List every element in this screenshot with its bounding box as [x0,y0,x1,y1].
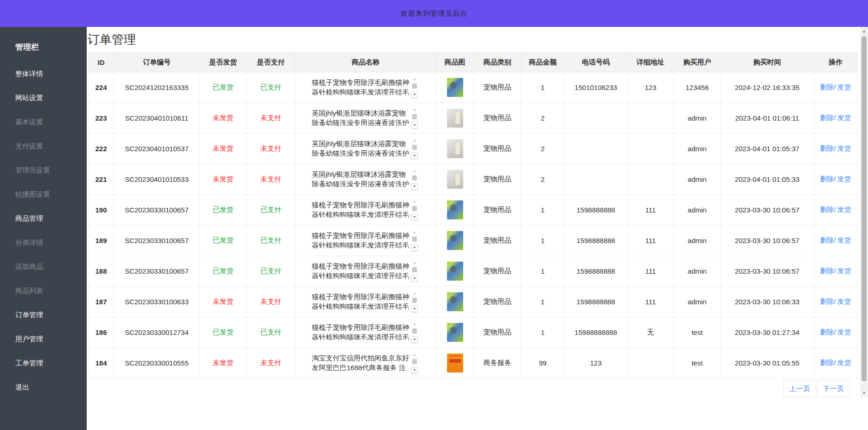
textarea-scroll-up-icon[interactable]: ▲ [413,231,416,234]
sidebar-item-支付设置[interactable]: 支付设置 [15,134,87,158]
textarea-scroll-up-icon[interactable]: ▲ [413,77,416,81]
sidebar-item-添加商品[interactable]: 添加商品 [15,255,87,279]
product-thumbnail[interactable] [447,231,463,250]
product-name-textarea[interactable]: 猫梳子宠物专用除浮毛刷撸猫神器针梳狗狗猫咪毛发清理开结毛 [312,292,411,309]
ship-link[interactable]: 发货 [837,267,851,275]
textarea-scrollbar[interactable]: ▲ ▼ [411,77,418,98]
textarea-scroll-down-icon[interactable]: ▼ [411,91,418,98]
product-name-textarea[interactable]: 英国jhly银渐层猫咪沐浴露宠物除蚤幼猫洗澡专用浴液香波洗护用 [312,169,411,187]
textarea-scroll-down-icon[interactable]: ▼ [411,367,418,373]
ship-link[interactable]: 发货 [837,328,851,336]
textarea-scroll-up-icon[interactable]: ▲ [413,261,416,265]
textarea-scroll-up-icon[interactable]: ▲ [413,169,416,173]
textarea-scroll-up-icon[interactable]: ▲ [413,200,416,204]
delete-link[interactable]: 删除 [820,114,834,122]
product-name-textarea[interactable]: 猫梳子宠物专用除浮毛刷撸猫神器针梳狗狗猫咪毛发清理开结毛 [312,322,411,340]
delete-link[interactable]: 删除 [820,175,834,183]
product-thumbnail[interactable] [447,200,463,219]
delete-link[interactable]: 删除 [820,328,834,336]
delete-link[interactable]: 删除 [820,359,834,366]
product-name-textarea[interactable]: 猫梳子宠物专用除浮毛刷撸猫神器针梳狗狗猫咪毛发清理开结毛 [312,231,411,248]
ship-link[interactable]: 发货 [837,236,851,244]
sidebar-item-订单管理[interactable]: 订单管理 [15,303,87,327]
textarea-scroll-thumb[interactable] [412,328,417,334]
textarea-scroll-thumb[interactable] [412,206,417,211]
product-thumbnail[interactable] [447,170,463,189]
sidebar-item-商品列表[interactable]: 商品列表 [15,279,87,303]
textarea-scrollbar[interactable]: ▲ ▼ [411,261,418,282]
product-name-textarea[interactable]: 猫梳子宠物专用除浮毛刷撸猫神器针梳狗狗猫咪毛发清理开结毛 [312,261,411,279]
textarea-scroll-up-icon[interactable]: ▲ [413,322,416,326]
textarea-scroll-down-icon[interactable]: ▼ [411,214,418,220]
sidebar-item-整体详情[interactable]: 整体详情 [15,62,87,86]
product-thumbnail[interactable] [447,109,463,128]
sidebar-item-商品管理[interactable]: 商品管理 [15,206,87,231]
sidebar-item-工单管理[interactable]: 工单管理 [15,351,87,375]
textarea-scroll-thumb[interactable] [412,175,417,180]
sidebar-item-管理员设置[interactable]: 管理员设置 [15,158,87,182]
textarea-scrollbar[interactable]: ▲ ▼ [411,322,418,343]
ship-link[interactable]: 发货 [837,205,851,213]
product-name-textarea[interactable]: 英国jhly银渐层猫咪沐浴露宠物除蚤幼猫洗澡专用浴液香波洗护用 [312,139,411,156]
ship-link[interactable]: 发货 [837,359,851,366]
sidebar-item-分类详情[interactable]: 分类详情 [15,231,87,255]
textarea-scrollbar[interactable]: ▲ ▼ [411,292,418,312]
ship-link[interactable]: 发货 [837,144,851,152]
scrollbar-down-icon[interactable]: ▼ [860,391,868,395]
textarea-scrollbar[interactable]: ▲ ▼ [411,108,418,128]
next-page-button[interactable]: 下一页 [817,380,850,397]
sidebar-item-用户管理[interactable]: 用户管理 [15,327,87,351]
product-name-textarea[interactable]: 英国jhly银渐层猫咪沐浴露宠物除蚤幼猫洗澡专用浴液香波洗护用 [312,108,411,126]
product-name-textarea[interactable]: 淘宝支付宝信用代拍闲鱼京东好友阿里巴巴1688代商务服务 注册 [312,353,411,371]
textarea-scroll-down-icon[interactable]: ▼ [411,122,418,128]
product-thumbnail[interactable] [447,353,463,372]
product-thumbnail[interactable] [447,262,463,281]
textarea-scrollbar[interactable]: ▲ ▼ [411,139,418,159]
sidebar-item-基本设置[interactable]: 基本设置 [15,110,87,134]
sidebar-item-网站设置[interactable]: 网站设置 [15,86,87,110]
product-thumbnail[interactable] [447,78,463,97]
textarea-scroll-down-icon[interactable]: ▼ [411,183,418,190]
delete-link[interactable]: 删除 [820,205,834,213]
textarea-scroll-thumb[interactable] [412,83,417,89]
delete-link[interactable]: 删除 [820,144,834,152]
textarea-scroll-up-icon[interactable]: ▲ [413,139,416,142]
delete-link[interactable]: 删除 [820,297,834,305]
ship-link[interactable]: 发货 [837,297,851,305]
sidebar-item-退出[interactable]: 退出 [15,375,87,399]
delete-link[interactable]: 删除 [820,236,834,244]
textarea-scroll-thumb[interactable] [412,267,417,272]
product-thumbnail[interactable] [447,292,463,311]
textarea-scroll-thumb[interactable] [412,145,417,150]
textarea-scroll-down-icon[interactable]: ▼ [411,336,418,343]
product-thumbnail[interactable] [447,139,463,158]
prev-page-button[interactable]: 上一页 [783,380,816,397]
textarea-scroll-up-icon[interactable]: ▲ [413,292,416,295]
textarea-scroll-up-icon[interactable]: ▲ [413,353,416,357]
scrollbar-up-icon[interactable]: ▲ [860,29,868,33]
textarea-scroll-thumb[interactable] [412,298,417,303]
textarea-scrollbar[interactable]: ▲ ▼ [411,169,418,190]
textarea-scrollbar[interactable]: ▲ ▼ [411,353,418,373]
textarea-scroll-thumb[interactable] [412,359,417,364]
product-name-textarea[interactable]: 猫梳子宠物专用除浮毛刷撸猫神器针梳狗狗猫咪毛发清理开结毛 [312,200,411,218]
scrollbar-thumb[interactable] [862,36,867,381]
textarea-scroll-down-icon[interactable]: ▼ [411,275,418,282]
ship-link[interactable]: 发货 [837,114,851,122]
delete-link[interactable]: 删除 [820,83,834,91]
sidebar-item-轮播图设置[interactable]: 轮播图设置 [15,182,87,206]
textarea-scrollbar[interactable]: ▲ ▼ [411,231,418,251]
textarea-scroll-down-icon[interactable]: ▼ [411,306,418,312]
textarea-scroll-thumb[interactable] [412,237,417,242]
delete-link[interactable]: 删除 [820,267,834,275]
textarea-scroll-thumb[interactable] [412,114,417,119]
product-name-textarea[interactable]: 猫梳子宠物专用除浮毛刷撸猫神器针梳狗狗猫咪毛发清理开结毛 [312,77,411,95]
textarea-scroll-down-icon[interactable]: ▼ [411,244,418,251]
product-thumbnail[interactable] [447,323,463,342]
ship-link[interactable]: 发货 [837,175,851,183]
textarea-scrollbar[interactable]: ▲ ▼ [411,200,418,220]
textarea-scroll-down-icon[interactable]: ▼ [411,153,418,159]
vertical-scrollbar[interactable]: ▲ ▼ [860,27,868,397]
ship-link[interactable]: 发货 [837,83,851,91]
textarea-scroll-up-icon[interactable]: ▲ [413,108,416,112]
